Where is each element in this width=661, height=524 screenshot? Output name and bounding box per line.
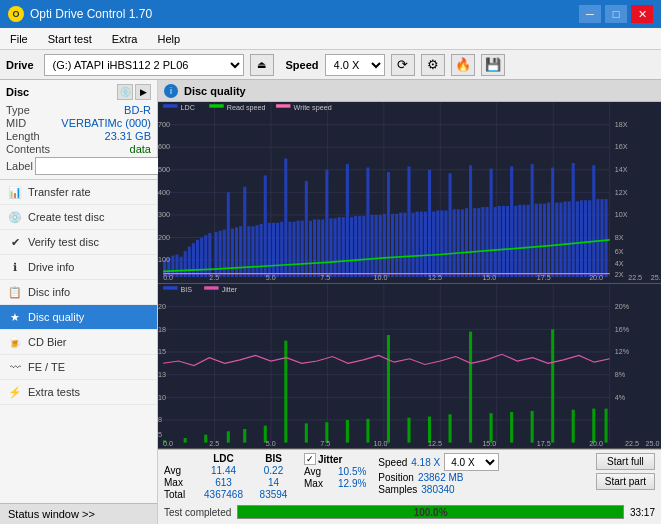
svg-rect-82 <box>436 210 439 277</box>
svg-rect-183 <box>387 335 390 443</box>
nav-create-test-disc[interactable]: 💿 Create test disc <box>0 205 157 230</box>
nav-extra-tests[interactable]: ⚡ Extra tests <box>0 380 157 405</box>
speed-label: Speed <box>286 59 319 71</box>
svg-rect-52 <box>313 219 316 277</box>
nav-transfer-rate-label: Transfer rate <box>28 186 91 198</box>
status-window-button[interactable]: Status window >> <box>0 503 157 524</box>
right-panel: i Disc quality <box>158 80 661 524</box>
drive-select[interactable]: (G:) ATAPI iHBS112 2 PL06 <box>44 54 244 76</box>
start-part-button[interactable]: Start part <box>596 473 655 490</box>
svg-rect-195 <box>163 286 177 289</box>
svg-rect-46 <box>288 222 291 277</box>
svg-rect-97 <box>498 206 501 277</box>
disc-label-input[interactable] <box>35 157 170 175</box>
svg-rect-193 <box>592 408 595 442</box>
maximize-button[interactable]: □ <box>605 5 627 23</box>
refresh-icon[interactable]: ⟳ <box>391 54 415 76</box>
svg-text:12X: 12X <box>615 187 628 196</box>
extra-tests-icon: ⚡ <box>8 385 22 399</box>
svg-rect-29 <box>219 231 222 277</box>
svg-text:16X: 16X <box>615 142 628 151</box>
samples-label: Samples <box>378 484 417 495</box>
svg-text:500: 500 <box>158 165 170 174</box>
svg-rect-48 <box>297 221 300 277</box>
max-bis: 14 <box>251 477 296 488</box>
close-button[interactable]: ✕ <box>631 5 653 23</box>
speed-position-section: Speed 4.18 X 4.0 X Position 23862 MB Sam… <box>378 453 499 495</box>
speed-select[interactable]: 4.0 X <box>325 54 385 76</box>
main-layout: Disc 💿 ▶ Type BD-R MID VERBATIMc (000) L… <box>0 80 661 524</box>
disc-icon-1[interactable]: 💿 <box>117 84 133 100</box>
svg-rect-77 <box>416 212 419 278</box>
svg-text:18X: 18X <box>615 120 628 129</box>
svg-rect-33 <box>235 227 238 277</box>
svg-text:10: 10 <box>158 392 166 401</box>
bis-jitter-chart: BIS Jitter 20 18 15 13 10 8 5 20% 16% 12… <box>158 284 661 449</box>
svg-rect-173 <box>184 438 187 443</box>
speed-stat-select[interactable]: 4.0 X <box>444 453 499 471</box>
svg-text:4X: 4X <box>615 258 624 267</box>
menu-help[interactable]: Help <box>153 31 184 47</box>
svg-rect-71 <box>391 214 394 277</box>
verify-test-disc-icon: ✔ <box>8 235 22 249</box>
svg-rect-115 <box>572 163 575 277</box>
burn-icon[interactable]: 🔥 <box>451 54 475 76</box>
nav-cd-bier[interactable]: 🍺 CD Bier <box>0 330 157 355</box>
disc-quality-title: Disc quality <box>184 85 246 97</box>
nav-disc-info[interactable]: 📋 Disc info <box>0 280 157 305</box>
svg-rect-126 <box>209 104 223 107</box>
position-label: Position <box>378 472 414 483</box>
svg-rect-91 <box>473 208 476 277</box>
nav-verify-test-disc[interactable]: ✔ Verify test disc <box>0 230 157 255</box>
menu-start-test[interactable]: Start test <box>44 31 96 47</box>
svg-text:2.5: 2.5 <box>209 438 219 447</box>
disc-length-label: Length <box>6 130 40 142</box>
disc-length-row: Length 23.31 GB <box>6 130 151 142</box>
svg-rect-27 <box>208 233 211 277</box>
nav-transfer-rate[interactable]: 📊 Transfer rate <box>0 180 157 205</box>
svg-rect-59 <box>342 217 345 277</box>
svg-rect-85 <box>449 173 452 277</box>
svg-rect-38 <box>256 225 259 277</box>
transfer-rate-icon: 📊 <box>8 185 22 199</box>
svg-rect-189 <box>510 412 513 443</box>
speed-stat-label: Speed <box>378 457 407 468</box>
eject-button[interactable]: ⏏ <box>250 54 274 76</box>
start-full-button[interactable]: Start full <box>596 453 655 470</box>
nav-drive-info-label: Drive info <box>28 261 74 273</box>
svg-rect-67 <box>375 215 378 277</box>
svg-rect-190 <box>531 411 534 443</box>
nav-disc-quality[interactable]: ★ Disc quality <box>0 305 157 330</box>
save-icon[interactable]: 💾 <box>481 54 505 76</box>
svg-rect-106 <box>535 204 538 277</box>
menu-extra[interactable]: Extra <box>108 31 142 47</box>
svg-rect-80 <box>428 170 431 277</box>
menu-file[interactable]: File <box>6 31 32 47</box>
total-label: Total <box>164 489 196 500</box>
disc-mid-row: MID VERBATIMc (000) <box>6 117 151 129</box>
svg-rect-84 <box>444 210 447 277</box>
svg-text:Read speed: Read speed <box>227 103 266 112</box>
svg-text:14X: 14X <box>615 165 628 174</box>
svg-rect-86 <box>453 209 456 277</box>
settings-icon[interactable]: ⚙ <box>421 54 445 76</box>
svg-rect-176 <box>243 429 246 443</box>
svg-rect-197 <box>204 286 218 289</box>
stats-area: LDC BIS Avg 11.44 0.22 Max 613 14 Tota <box>158 449 661 524</box>
svg-rect-88 <box>461 209 464 277</box>
svg-text:20.0: 20.0 <box>589 438 603 447</box>
svg-rect-92 <box>477 208 480 277</box>
svg-rect-119 <box>588 200 591 277</box>
svg-rect-181 <box>346 420 349 443</box>
svg-rect-42 <box>272 223 275 277</box>
disc-icon-2[interactable]: ▶ <box>135 84 151 100</box>
svg-rect-100 <box>510 166 513 277</box>
nav-drive-info[interactable]: ℹ Drive info <box>0 255 157 280</box>
jitter-max: 12.9% <box>338 478 366 489</box>
jitter-label: Jitter <box>318 454 342 465</box>
nav-fe-te[interactable]: 〰 FE / TE <box>0 355 157 380</box>
minimize-button[interactable]: ─ <box>579 5 601 23</box>
jitter-checkbox[interactable]: ✓ <box>304 453 316 465</box>
svg-text:12.5: 12.5 <box>428 438 442 447</box>
svg-rect-66 <box>370 215 373 277</box>
